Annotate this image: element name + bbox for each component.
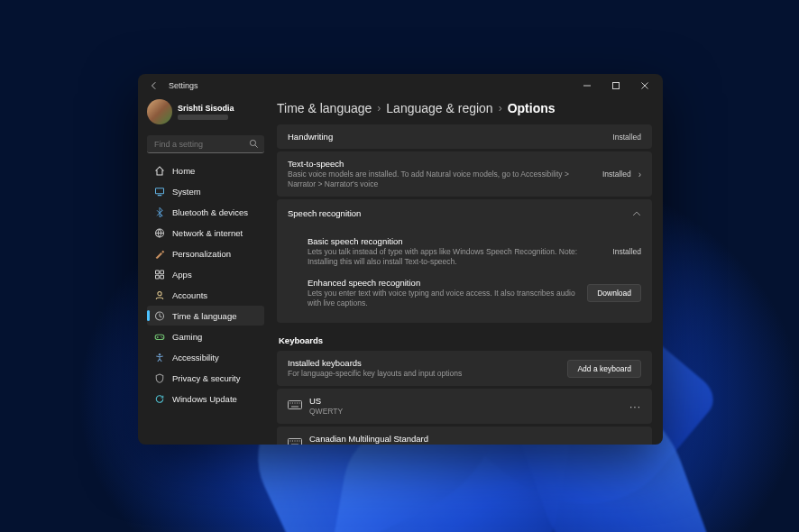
row-description: Lets you enter text with voice typing an… [308, 289, 578, 308]
card-title: Handwriting [288, 132, 603, 142]
svg-point-11 [158, 291, 161, 295]
row-title: Basic speech recognition [308, 236, 594, 246]
sidebar-item-update[interactable]: Windows Update [147, 389, 264, 408]
personalization-icon [154, 248, 165, 259]
sidebar-item-label: Bluetooth & devices [172, 207, 248, 217]
update-icon [154, 393, 165, 404]
sidebar-item-label: Home [172, 166, 195, 176]
keyboards-heading: Keyboards [279, 335, 652, 345]
main-content: Time & language › Language & region › Op… [270, 97, 663, 445]
titlebar: Settings [138, 74, 663, 97]
profile-email-redacted [178, 115, 228, 120]
sidebar-item-bluetooth[interactable]: Bluetooth & devices [147, 202, 264, 222]
accounts-icon [154, 289, 165, 300]
svg-point-15 [161, 337, 162, 338]
sidebar-item-label: Accessibility [172, 353, 219, 362]
svg-point-16 [159, 353, 161, 354]
chevron-right-icon: › [377, 102, 381, 115]
search-box[interactable] [147, 135, 264, 153]
keyboard-layout: QWERTY [309, 407, 620, 417]
status-label: Installed [612, 133, 641, 142]
svg-rect-17 [289, 400, 302, 408]
svg-rect-10 [161, 275, 164, 279]
card-description: Basic voice models are installed. To add… [288, 170, 593, 189]
bluetooth-icon [154, 206, 165, 217]
keyboard-icon [288, 438, 300, 445]
sidebar-item-label: Privacy & security [172, 373, 241, 383]
chevron-up-icon [632, 209, 641, 218]
chevron-right-icon: › [499, 102, 502, 115]
sidebar-item-gaming[interactable]: Gaming [147, 326, 264, 346]
svg-rect-7 [156, 271, 160, 274]
close-button[interactable] [630, 74, 659, 97]
gaming-icon [154, 331, 165, 342]
breadcrumb-current: Options [508, 101, 556, 115]
svg-rect-8 [161, 271, 164, 274]
profile-block[interactable]: Srishti Sisodia [147, 97, 264, 132]
card-title: Installed keyboards [288, 358, 567, 368]
sidebar-item-privacy[interactable]: Privacy & security [147, 368, 264, 388]
chevron-right-icon: › [638, 170, 641, 179]
svg-rect-13 [155, 335, 164, 339]
add-keyboard-button[interactable]: Add a keyboard [567, 360, 641, 378]
search-icon [249, 139, 259, 149]
maximize-button[interactable] [602, 74, 630, 97]
keyboard-row[interactable]: USQWERTY··· [277, 389, 652, 424]
more-button[interactable]: ··· [629, 438, 641, 445]
settings-window: Settings Srishti Sisodia HomeSystemBluet… [138, 74, 663, 445]
sidebar-item-time[interactable]: Time & language [147, 306, 264, 326]
profile-name: Srishti Sisodia [178, 104, 234, 113]
svg-point-2 [250, 140, 255, 145]
sidebar-item-label: System [172, 187, 201, 197]
row-title: Enhanced speech recognition [308, 278, 578, 288]
svg-rect-24 [289, 438, 302, 445]
search-input[interactable] [147, 135, 264, 153]
accessibility-icon [154, 352, 165, 362]
privacy-icon [154, 372, 165, 383]
sidebar-item-home[interactable]: Home [147, 161, 264, 180]
basic-speech-row: Basic speech recognition Lets you talk i… [308, 231, 641, 272]
sidebar-item-label: Time & language [172, 311, 236, 321]
time-icon [154, 310, 165, 321]
sidebar-item-apps[interactable]: Apps [147, 264, 264, 284]
breadcrumb-language-region[interactable]: Language & region [386, 101, 492, 115]
breadcrumb-time-language[interactable]: Time & language [277, 101, 372, 115]
back-button[interactable] [147, 78, 161, 93]
card-title: Speech recognition [288, 208, 625, 218]
more-button[interactable]: ··· [629, 400, 641, 413]
svg-rect-1 [613, 83, 620, 89]
keyboard-name: Canadian Multilingual Standard [309, 434, 620, 444]
svg-rect-4 [156, 188, 164, 193]
sidebar-item-accessibility[interactable]: Accessibility [147, 347, 264, 367]
status-label: Installed [612, 247, 641, 256]
keyboard-icon [288, 400, 300, 413]
arrow-left-icon [150, 81, 159, 90]
enhanced-speech-row: Enhanced speech recognition Lets you ent… [308, 272, 641, 314]
breadcrumb: Time & language › Language & region › Op… [277, 101, 652, 115]
system-icon [154, 186, 165, 197]
svg-point-14 [161, 335, 161, 336]
sidebar-item-personalization[interactable]: Personalization [147, 243, 264, 263]
svg-rect-9 [156, 275, 160, 279]
installed-keyboards-card: Installed keyboards For language-specifi… [277, 351, 652, 386]
download-button[interactable]: Download [587, 284, 641, 302]
home-icon [154, 165, 165, 176]
status-label: Installed [602, 170, 631, 179]
minimize-button[interactable] [573, 74, 602, 97]
handwriting-card[interactable]: Handwriting Installed [277, 124, 652, 149]
card-description: For language-specific key layouts and in… [288, 369, 567, 379]
network-icon [154, 227, 165, 238]
svg-line-3 [255, 145, 258, 148]
sidebar-item-label: Personalization [172, 249, 231, 259]
sidebar-item-label: Apps [172, 270, 192, 280]
text-to-speech-card[interactable]: Text-to-speech Basic voice models are in… [277, 151, 652, 197]
row-description: Lets you talk instead of type with apps … [308, 247, 594, 267]
card-title: Text-to-speech [288, 159, 593, 169]
speech-recognition-header[interactable]: Speech recognition [277, 199, 652, 227]
sidebar-item-accounts[interactable]: Accounts [147, 285, 264, 305]
keyboard-row[interactable]: Canadian Multilingual StandardQWERTY··· [277, 427, 652, 445]
sidebar: Srishti Sisodia HomeSystemBluetooth & de… [138, 97, 270, 445]
sidebar-item-network[interactable]: Network & internet [147, 223, 264, 243]
sidebar-item-system[interactable]: System [147, 181, 264, 201]
speech-recognition-card: Speech recognition Basic speech recognit… [277, 199, 652, 323]
